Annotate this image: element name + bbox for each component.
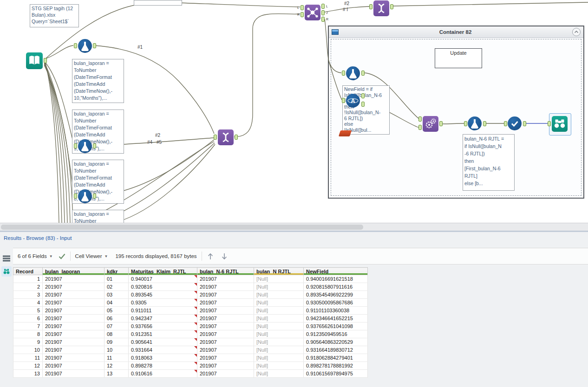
browse-tool[interactable] xyxy=(552,116,568,132)
table-cell[interactable]: 11 xyxy=(105,354,129,362)
container-formula-tool-2[interactable] xyxy=(468,116,482,130)
multi-row-formula-tool[interactable]: A xyxy=(346,94,360,108)
table-cell[interactable]: 0.91101103360038 xyxy=(304,307,368,315)
table-cell[interactable]: 0.910615697894975 xyxy=(304,370,368,378)
table-cell[interactable]: 12 xyxy=(13,362,43,370)
table-cell[interactable]: 201907 xyxy=(197,354,254,362)
table-cell[interactable]: [Null] xyxy=(254,283,304,291)
table-cell[interactable]: 201907 xyxy=(197,307,254,315)
table-cell[interactable]: 0.910616 xyxy=(129,370,197,378)
table-cell[interactable]: 7 xyxy=(13,322,43,330)
input-anchor[interactable] xyxy=(418,116,422,122)
column-header[interactable]: bulan_N RJTL xyxy=(254,268,304,275)
annotation-input[interactable]: STG SEP tagih (12 Bulan).xlsx Query=`She… xyxy=(30,4,79,27)
input-anchor[interactable] xyxy=(369,4,372,9)
table-cell[interactable]: 0.912351 xyxy=(129,330,197,338)
table-cell[interactable]: 201907 xyxy=(197,283,254,291)
table-cell[interactable]: [Null] xyxy=(254,338,304,346)
table-cell[interactable]: 03 xyxy=(105,291,129,299)
table-cell[interactable]: 0.9305 xyxy=(129,299,197,307)
table-cell[interactable]: 4 xyxy=(13,299,43,307)
input-anchor[interactable] xyxy=(504,121,507,126)
output-anchor[interactable] xyxy=(361,93,365,98)
table-cell[interactable]: 0.893545496922299 xyxy=(304,291,368,299)
table-cell[interactable]: 0.918063 xyxy=(129,354,197,362)
column-header[interactable]: bulan_laporan xyxy=(43,268,105,275)
output-anchor[interactable] xyxy=(93,43,96,48)
column-header[interactable]: Maturitas_Klaim_RJTL xyxy=(129,268,197,275)
column-header[interactable]: kdkr xyxy=(105,268,129,275)
formula-tool-2[interactable] xyxy=(78,139,92,153)
table-cell[interactable]: 201907 xyxy=(197,370,254,378)
table-cell[interactable]: 201907 xyxy=(43,362,105,370)
arrow-down-button[interactable] xyxy=(221,252,228,260)
table-cell[interactable]: 201907 xyxy=(197,362,254,370)
annotation-newfield[interactable]: NewField = if IsNull([bulan_N-6 RJTL]) t… xyxy=(342,85,390,135)
table-cell[interactable]: 201907 xyxy=(43,307,105,315)
table-cell[interactable]: [Null] xyxy=(254,362,304,370)
table-cell[interactable]: 09 xyxy=(105,338,129,346)
table-cell[interactable]: 02 xyxy=(105,283,129,291)
table-cell[interactable]: 6 xyxy=(13,315,43,322)
table-cell[interactable]: 12 xyxy=(105,362,129,370)
apply-check-icon[interactable] xyxy=(59,253,65,259)
table-cell[interactable]: 201907 xyxy=(197,291,254,299)
table-cell[interactable]: 0.9123509459516 xyxy=(304,330,368,338)
table-cell[interactable]: 01 xyxy=(105,275,129,283)
gear-tool[interactable] xyxy=(423,116,438,132)
table-cell[interactable]: 0.937656261041098 xyxy=(304,322,368,330)
table-cell[interactable]: 08 xyxy=(105,330,129,338)
table-cell[interactable]: 201907 xyxy=(197,338,254,346)
table-cell[interactable]: 0.942347 xyxy=(129,315,197,322)
table-cell[interactable]: [Null] xyxy=(254,299,304,307)
records-view-button[interactable] xyxy=(1,253,12,264)
hscrollbar-thumb[interactable] xyxy=(1,225,363,230)
table-cell[interactable]: 201907 xyxy=(43,346,105,354)
table-cell[interactable]: 0.898278 xyxy=(129,362,197,370)
annotation-update[interactable]: Update xyxy=(435,48,482,68)
annotation-formula-1[interactable]: bulan_laporan = ToNumber (DateTimeFormat… xyxy=(72,59,124,103)
table-cell[interactable]: 0.931664189830712 xyxy=(304,346,368,354)
output-anchor-j[interactable] xyxy=(321,10,325,15)
input-anchor[interactable] xyxy=(342,98,345,103)
table-cell[interactable]: 5 xyxy=(13,307,43,315)
table-cell[interactable]: 0.920815807911616 xyxy=(304,283,368,291)
table-cell[interactable]: 0.920816 xyxy=(129,283,197,291)
table-cell[interactable]: [Null] xyxy=(254,307,304,315)
input-anchor[interactable] xyxy=(464,121,467,126)
table-cell[interactable]: 07 xyxy=(105,322,129,330)
input-anchor[interactable] xyxy=(74,194,77,199)
table-cell[interactable]: 0.942346641652215 xyxy=(304,315,368,322)
table-cell[interactable]: 9 xyxy=(13,338,43,346)
input-anchor[interactable] xyxy=(418,125,422,130)
formula-tool-1[interactable] xyxy=(78,39,92,53)
table-cell[interactable]: 201907 xyxy=(197,299,254,307)
table-cell[interactable]: 10 xyxy=(13,346,43,354)
table-cell[interactable]: [Null] xyxy=(254,354,304,362)
cell-viewer-dropdown[interactable]: Cell Viewer ▼ xyxy=(75,253,108,259)
table-cell[interactable]: 2 xyxy=(13,283,43,291)
table-cell[interactable]: 201907 xyxy=(43,322,105,330)
formula-tool-3[interactable] xyxy=(78,189,92,203)
table-cell[interactable]: 0.918062884279401 xyxy=(304,354,368,362)
input-anchor[interactable] xyxy=(548,121,551,126)
output-anchor[interactable] xyxy=(44,58,47,63)
arrow-up-button[interactable] xyxy=(207,252,214,260)
annotation-partial[interactable] xyxy=(134,0,182,6)
output-anchor[interactable] xyxy=(93,143,96,148)
browse-view-button[interactable] xyxy=(1,266,12,277)
table-cell[interactable]: 201907 xyxy=(43,338,105,346)
output-anchor[interactable] xyxy=(361,71,365,76)
table-cell[interactable]: 0.898278178881992 xyxy=(304,362,368,370)
output-anchor-l[interactable] xyxy=(321,4,325,9)
table-cell[interactable]: [Null] xyxy=(254,370,304,378)
table-cell[interactable]: 0.911011 xyxy=(129,307,197,315)
table-cell[interactable]: 0.940016691621518 xyxy=(304,275,368,283)
table-cell[interactable]: 8 xyxy=(13,330,43,338)
join-tool-top[interactable] xyxy=(373,0,389,16)
output-anchor[interactable] xyxy=(361,102,365,107)
fields-dropdown[interactable]: 6 of 6 Fields ▼ xyxy=(18,253,53,259)
table-cell[interactable]: 0.940017 xyxy=(129,275,197,283)
table-cell[interactable]: 06 xyxy=(105,315,129,322)
output-anchor[interactable] xyxy=(523,121,526,126)
